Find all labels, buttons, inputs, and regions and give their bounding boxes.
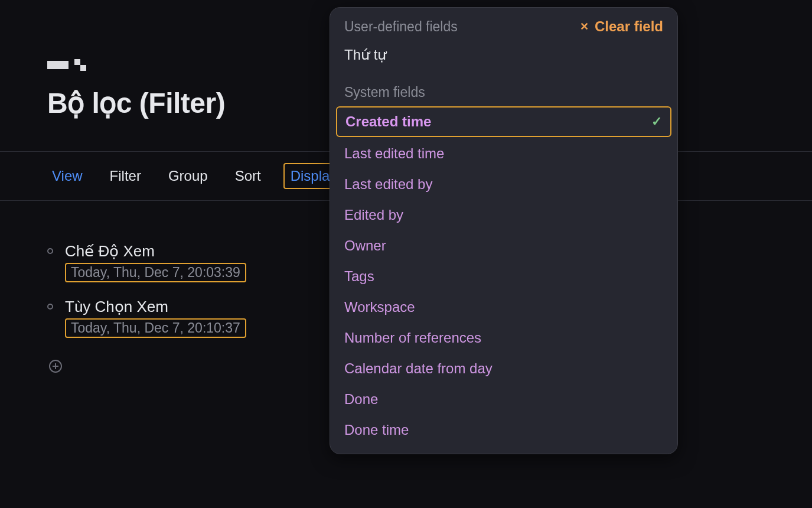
tab-filter[interactable]: Filter bbox=[105, 164, 146, 188]
close-icon: ✕ bbox=[580, 21, 589, 32]
system-field-option[interactable]: Done time bbox=[330, 415, 677, 445]
check-icon: ✓ bbox=[651, 114, 662, 129]
system-field-option[interactable]: Calendar date from day bbox=[330, 353, 677, 384]
system-field-option[interactable]: Owner bbox=[330, 230, 677, 261]
page-root: Bộ lọc (Filter) View Filter Group Sort D… bbox=[0, 0, 812, 508]
option-label: Created time bbox=[345, 113, 431, 130]
system-field-option[interactable]: Workspace bbox=[330, 292, 677, 323]
system-field-option[interactable]: Last edited time bbox=[330, 138, 677, 169]
field-dropdown: User-defined fields ✕ Clear field Thứ tự… bbox=[330, 7, 678, 454]
system-fields-section-label: System fields bbox=[330, 70, 677, 105]
item-created-time: Today, Thu, Dec 7, 20:10:37 bbox=[65, 318, 246, 338]
bullet-icon bbox=[47, 304, 53, 310]
system-field-option[interactable]: Last edited by bbox=[330, 169, 677, 200]
clear-field-label: Clear field bbox=[595, 18, 663, 35]
bullet-icon bbox=[47, 248, 53, 254]
user-fields-section-label: User-defined fields bbox=[344, 19, 458, 35]
tab-view[interactable]: View bbox=[47, 164, 87, 188]
item-created-time: Today, Thu, Dec 7, 20:03:39 bbox=[65, 263, 246, 282]
item-title: Tùy Chọn Xem bbox=[65, 298, 246, 316]
add-item-button[interactable] bbox=[47, 358, 64, 375]
item-title: Chế Độ Xem bbox=[65, 242, 246, 260]
system-field-option[interactable]: Number of references bbox=[330, 323, 677, 353]
user-field-option[interactable]: Thứ tự bbox=[330, 40, 677, 70]
system-field-option-created-time[interactable]: Created time ✓ bbox=[336, 106, 671, 137]
plus-circle-icon bbox=[48, 359, 63, 373]
system-field-option[interactable]: Edited by bbox=[330, 200, 677, 230]
tab-sort[interactable]: Sort bbox=[230, 164, 266, 188]
system-field-option[interactable]: Done bbox=[330, 384, 677, 415]
tab-group[interactable]: Group bbox=[164, 164, 213, 188]
system-field-option[interactable]: Tags bbox=[330, 261, 677, 292]
clear-field-button[interactable]: ✕ Clear field bbox=[580, 18, 663, 35]
